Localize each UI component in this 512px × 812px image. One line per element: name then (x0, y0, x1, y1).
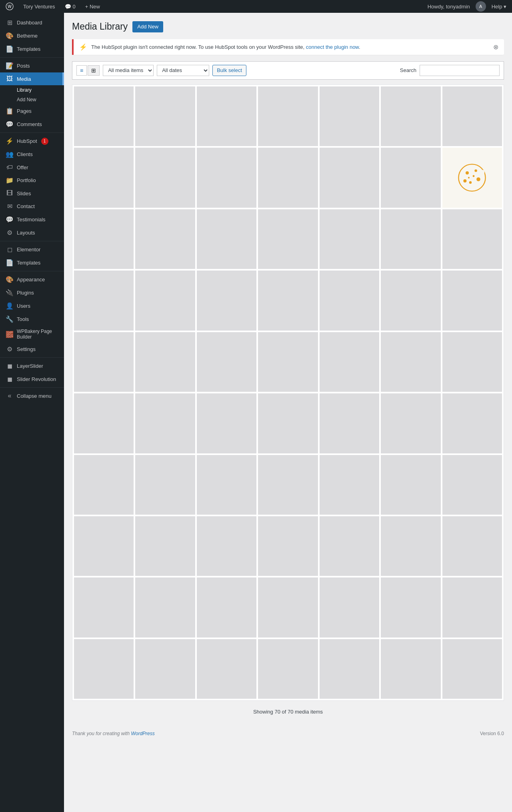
sidebar-item-wpbakery[interactable]: 🧱 WPBakery Page Builder (0, 326, 64, 343)
media-item[interactable] (74, 209, 134, 269)
sidebar-item-elementor[interactable]: ◻ Elementor (0, 243, 64, 256)
sidebar-item-settings[interactable]: ⚙ Settings (0, 343, 64, 356)
sidebar-item-templates[interactable]: 📄 Templates (0, 42, 64, 56)
media-item[interactable] (381, 332, 440, 392)
media-item[interactable] (135, 332, 195, 392)
media-item[interactable] (442, 209, 502, 269)
media-item[interactable] (320, 516, 379, 576)
media-item[interactable] (197, 271, 256, 330)
media-item[interactable] (74, 516, 134, 576)
sidebar-item-media[interactable]: 🖼 Media (0, 72, 64, 85)
media-item[interactable] (135, 393, 195, 453)
media-item[interactable] (197, 148, 256, 207)
media-item[interactable] (381, 639, 440, 699)
media-item[interactable] (320, 209, 379, 269)
wordpress-link[interactable]: WordPress (131, 731, 154, 736)
sidebar-item-slider-revolution[interactable]: ◼ Slider Revolution (0, 373, 64, 386)
howdy-label[interactable]: Howdy, tonyadmin (425, 0, 472, 13)
media-item[interactable] (258, 577, 318, 637)
media-item[interactable] (74, 455, 134, 515)
sidebar-item-layerslider[interactable]: ◼ LayerSlider (0, 359, 64, 373)
media-item[interactable] (74, 332, 134, 392)
media-item[interactable] (442, 271, 502, 330)
media-item[interactable] (135, 148, 195, 207)
media-item[interactable] (442, 332, 502, 392)
media-item[interactable] (258, 148, 318, 207)
media-item[interactable] (320, 639, 379, 699)
media-item[interactable] (381, 455, 440, 515)
media-item[interactable] (135, 86, 195, 146)
sidebar-item-portfolio[interactable]: 📁 Portfolio (0, 174, 64, 187)
media-item[interactable] (197, 393, 256, 453)
media-item[interactable] (320, 148, 379, 207)
new-content-button[interactable]: + New (83, 0, 102, 13)
media-item[interactable] (381, 516, 440, 576)
media-item[interactable] (258, 516, 318, 576)
sidebar-item-testimonials[interactable]: 💬 Testimonials (0, 213, 64, 226)
media-item[interactable] (197, 577, 256, 637)
media-item[interactable] (320, 393, 379, 453)
media-item[interactable] (135, 516, 195, 576)
media-item[interactable] (135, 577, 195, 637)
media-item[interactable] (258, 271, 318, 330)
media-item[interactable] (135, 455, 195, 515)
media-item[interactable] (135, 639, 195, 699)
sidebar-item-collapse-menu[interactable]: « Collapse menu (0, 389, 64, 402)
media-item[interactable] (320, 577, 379, 637)
media-item[interactable] (381, 393, 440, 453)
avatar[interactable]: A (476, 1, 486, 12)
media-item[interactable] (197, 516, 256, 576)
media-item[interactable] (320, 455, 379, 515)
help-button[interactable]: Help ▾ (489, 0, 509, 13)
media-item[interactable] (442, 577, 502, 637)
media-item[interactable] (442, 393, 502, 453)
media-item[interactable] (442, 455, 502, 515)
media-item[interactable] (197, 209, 256, 269)
media-type-filter[interactable]: All media items Images Audio Video Docum… (103, 65, 154, 76)
connect-plugin-link[interactable]: connect the plugin now (306, 44, 359, 50)
media-item[interactable] (258, 86, 318, 146)
sidebar-item-offer[interactable]: 🏷 Offer (0, 161, 64, 174)
sidebar-item-slides[interactable]: 🎞 Slides (0, 187, 64, 200)
site-name[interactable]: Tory Ventures (21, 0, 58, 13)
notice-dismiss-button[interactable]: ⊗ (493, 43, 498, 51)
media-item[interactable] (74, 393, 134, 453)
sidebar-submenu-library[interactable]: Library (0, 85, 64, 95)
sidebar-submenu-add-new[interactable]: Add New (0, 95, 64, 104)
wp-logo[interactable]: W (3, 0, 16, 13)
grid-view-button[interactable]: ⊞ (88, 65, 100, 76)
media-item[interactable] (258, 639, 318, 699)
sidebar-item-templates2[interactable]: 📄 Templates (0, 256, 64, 269)
media-item[interactable] (381, 209, 440, 269)
media-item[interactable] (74, 639, 134, 699)
sidebar-item-contact[interactable]: ✉ Contact (0, 200, 64, 213)
media-item[interactable] (320, 271, 379, 330)
sidebar-item-posts[interactable]: 📝 Posts (0, 59, 64, 72)
media-item[interactable] (258, 455, 318, 515)
comments-link[interactable]: 💬 0 (62, 0, 78, 13)
media-item[interactable] (197, 332, 256, 392)
sidebar-item-layouts[interactable]: ⚙ Layouts (0, 226, 64, 239)
media-item[interactable] (197, 639, 256, 699)
add-new-button[interactable]: Add New (132, 21, 163, 32)
sidebar-item-betheme[interactable]: 🎨 Betheme (0, 29, 64, 42)
media-item[interactable] (381, 86, 440, 146)
sidebar-item-clients[interactable]: 👥 Clients (0, 148, 64, 161)
media-item[interactable] (197, 455, 256, 515)
sidebar-item-pages[interactable]: 📋 Pages (0, 104, 64, 118)
list-view-button[interactable]: ≡ (76, 65, 87, 76)
media-item[interactable] (197, 86, 256, 146)
media-item[interactable] (74, 86, 134, 146)
media-item[interactable] (442, 516, 502, 576)
media-item[interactable] (320, 86, 379, 146)
sidebar-item-users[interactable]: 👤 Users (0, 299, 64, 313)
media-item[interactable] (442, 86, 502, 146)
media-item[interactable] (381, 577, 440, 637)
bulk-select-button[interactable]: Bulk select (212, 65, 246, 76)
media-item[interactable] (74, 577, 134, 637)
media-item[interactable] (320, 332, 379, 392)
sidebar-item-hubspot[interactable]: ⚡ HubSpot 1 (0, 134, 64, 148)
media-item[interactable] (135, 209, 195, 269)
date-filter[interactable]: All dates January 2024 December 2023 (157, 65, 209, 76)
media-item[interactable] (442, 639, 502, 699)
